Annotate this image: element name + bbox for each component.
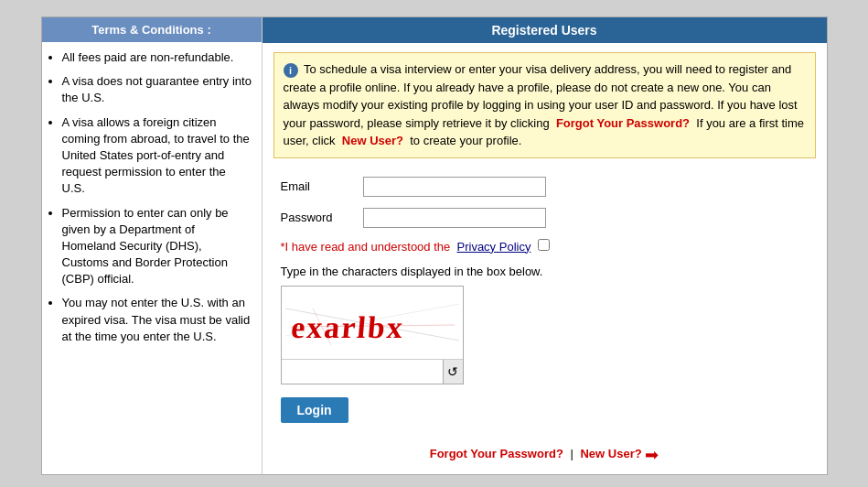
email-input[interactable] bbox=[363, 177, 546, 197]
info-box: i To schedule a visa interview or enter … bbox=[273, 52, 816, 158]
login-form-area: Email Password *I have read and understo… bbox=[263, 168, 827, 432]
email-label: Email bbox=[281, 179, 363, 193]
privacy-row: *I have read and understood the Privacy … bbox=[281, 239, 809, 254]
list-item: You may not enter the U.S. with an expir… bbox=[62, 295, 252, 345]
list-item: All fees paid are non-refundable. bbox=[62, 49, 252, 66]
left-panel: Terms & Conditions : All fees paid are n… bbox=[42, 17, 262, 474]
new-user-link-bottom[interactable]: New User? bbox=[580, 447, 641, 460]
email-row: Email bbox=[281, 177, 809, 197]
privacy-checkbox[interactable] bbox=[538, 239, 550, 251]
list-item: A visa does not guarantee entry into the… bbox=[62, 73, 252, 106]
registered-users-header: Registered Users bbox=[263, 17, 827, 43]
svg-text:exarlbx: exarlbx bbox=[289, 310, 405, 344]
terms-header: Terms & Conditions : bbox=[42, 17, 262, 42]
forgot-password-link-bottom[interactable]: Forgot Your Password? bbox=[430, 447, 563, 460]
bottom-links: Forgot Your Password? | New User? ➡ bbox=[263, 445, 827, 465]
info-text-3: to create your profile. bbox=[410, 134, 521, 147]
captcha-input[interactable] bbox=[282, 360, 444, 384]
terms-content: All fees paid are non-refundable. A visa… bbox=[42, 42, 262, 360]
password-label: Password bbox=[281, 211, 363, 224]
privacy-policy-link[interactable]: Privacy Policy bbox=[457, 240, 531, 254]
list-item: Permission to enter can only be given by… bbox=[62, 205, 252, 288]
link-separator: | bbox=[570, 447, 573, 460]
main-container: Terms & Conditions : All fees paid are n… bbox=[41, 16, 828, 475]
privacy-text: *I have read and understood the bbox=[281, 240, 451, 254]
captcha-refresh-button[interactable]: ↺ bbox=[444, 360, 463, 384]
captcha-label: Type in the characters displayed in the … bbox=[281, 265, 809, 278]
password-input[interactable] bbox=[363, 208, 546, 228]
captcha-box: exarlbx ↺ bbox=[281, 286, 464, 384]
captcha-input-row: ↺ bbox=[282, 360, 463, 384]
info-icon: i bbox=[284, 63, 298, 78]
captcha-image: exarlbx bbox=[282, 287, 463, 360]
password-row: Password bbox=[281, 208, 809, 228]
terms-list: All fees paid are non-refundable. A visa… bbox=[48, 49, 252, 345]
captcha-svg: exarlbx bbox=[285, 290, 459, 354]
forgot-password-link-inline[interactable]: Forgot Your Password? bbox=[556, 116, 690, 130]
login-button[interactable]: Login bbox=[281, 397, 348, 423]
list-item: A visa allows a foreign citizen coming f… bbox=[62, 114, 252, 198]
arrow-icon: ➡ bbox=[645, 445, 659, 465]
new-user-link-inline[interactable]: New User? bbox=[342, 134, 403, 147]
right-panel: Registered Users i To schedule a visa in… bbox=[262, 17, 827, 474]
